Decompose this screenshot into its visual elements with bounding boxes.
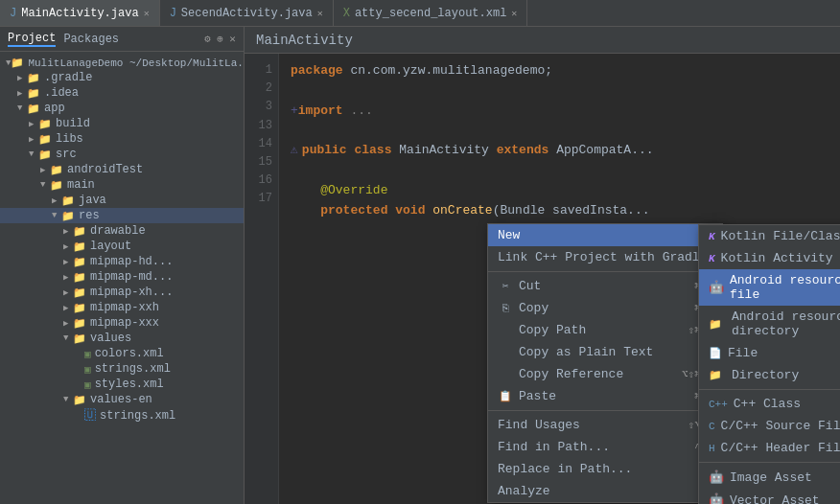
paste-icon: 📋: [498, 390, 513, 402]
folder-icon: 📁: [50, 179, 63, 192]
tree-main[interactable]: ▼📁main: [0, 177, 244, 193]
tab-mainactivity[interactable]: J MainActivity.java ✕: [0, 0, 160, 26]
submenu-file[interactable]: 📄 File: [699, 342, 840, 364]
submenu-vector-asset[interactable]: 🤖 Vector Asset: [699, 489, 840, 504]
sidebar-tab-packages[interactable]: Packages: [63, 33, 119, 46]
android-icon: 🤖: [709, 280, 724, 295]
code-line-17: protected void onCreate(Bundle savedInst…: [291, 201, 840, 221]
menu-copy-path-label: Copy Path: [519, 323, 586, 337]
tree-java[interactable]: ▶📁java: [0, 193, 244, 208]
tree-styles-xml[interactable]: ▣styles.xml: [0, 377, 244, 392]
file-icon: 📄: [709, 347, 722, 359]
tree-strings-xml-en[interactable]: 🇺strings.xml: [0, 407, 244, 424]
tree-res[interactable]: ▼📁res: [0, 208, 244, 223]
menu-item-copy-plain[interactable]: Copy as Plain Text: [488, 341, 722, 363]
folder-icon: 📁: [38, 118, 52, 130]
menu-sep-2: [488, 410, 722, 411]
tree-mipmap-xh[interactable]: ▶📁mipmap-xh...: [0, 285, 244, 300]
sidebar-icons: ⚙ ⊕ ✕: [204, 33, 236, 45]
menu-copy-plain-label: Copy as Plain Text: [519, 345, 653, 359]
menu-item-analyze[interactable]: Analyze ▶: [488, 480, 722, 502]
code-line-16: @Override: [291, 181, 840, 201]
folder-icon: 📁: [73, 332, 86, 345]
menu-item-copy[interactable]: ⎘ Copy ⌘C: [488, 297, 722, 319]
tree-values-en[interactable]: ▼📁values-en: [0, 392, 244, 407]
menu-sep-1: [488, 271, 722, 272]
folder-icon: 📁: [27, 72, 40, 84]
flag-icon: 🇺: [84, 408, 96, 423]
tab-secendactivity[interactable]: J SecendActivity.java ✕: [160, 0, 334, 26]
tree-mipmap-xxx[interactable]: ▶📁mipmap-xxx: [0, 315, 244, 331]
submenu-cpp-header[interactable]: H C/C++ Header File: [699, 437, 840, 459]
menu-item-find-in-path[interactable]: Find in Path... ^H: [488, 436, 722, 458]
folder-icon: 📁: [11, 57, 24, 69]
folder-icon: 📁: [50, 164, 63, 176]
tab-close-secend[interactable]: ✕: [317, 8, 323, 19]
tree-drawable[interactable]: ▶📁drawable: [0, 223, 244, 239]
tree-build[interactable]: ▶📁build: [0, 116, 244, 131]
tree-root[interactable]: ▼ 📁 MulitLanageDemo ~/Desktop/MulitLa...: [0, 56, 244, 70]
menu-item-paste[interactable]: 📋 Paste ⌘V: [488, 385, 722, 407]
tree-src[interactable]: ▼📁src: [0, 147, 244, 162]
tree-mipmap-xxh[interactable]: ▶📁mipmap-xxh: [0, 300, 244, 315]
submenu-kotlin-file[interactable]: K Kotlin File/Class: [699, 225, 840, 247]
tree-androidtest[interactable]: ▶📁androidTest: [0, 162, 244, 177]
tree-mipmap-md[interactable]: ▶📁mipmap-md...: [0, 269, 244, 285]
tab-layout-xml[interactable]: X atty_secend_layout.xml ✕: [334, 0, 528, 26]
menu-replace-label: Replace in Path...: [498, 462, 632, 476]
menu-item-replace-in-path[interactable]: Replace in Path...: [488, 458, 722, 480]
menu-cut-label: Cut: [519, 279, 541, 293]
kotlin-icon: K: [709, 231, 715, 242]
tree-layout[interactable]: ▶📁layout: [0, 239, 244, 254]
folder-icon: 📁: [73, 271, 86, 284]
tree-libs[interactable]: ▶📁libs: [0, 131, 244, 147]
tree-mipmap-hd[interactable]: ▶📁mipmap-hd...: [0, 254, 244, 269]
menu-item-copy-path[interactable]: Copy Path ⇧⌘C: [488, 319, 722, 341]
tree-gradle[interactable]: ▶📁.gradle: [0, 70, 244, 85]
folder-icon: 📁: [709, 318, 722, 331]
android-icon: 🤖: [709, 470, 724, 485]
tree-values[interactable]: ▼📁values: [0, 331, 244, 346]
xml-file-icon: ▣: [84, 363, 91, 376]
folder-icon: 📁: [73, 256, 86, 268]
line-numbers: 1 2 3 13 14 15 16 17: [245, 54, 279, 504]
submenu-android-resource-file[interactable]: 🤖 Android resource file: [699, 269, 840, 306]
menu-item-cut[interactable]: ✂ Cut ⌘X: [488, 275, 722, 297]
sidebar-tab-project[interactable]: Project: [8, 32, 56, 47]
tree-app[interactable]: ▼📁app: [0, 101, 244, 116]
submenu-image-asset[interactable]: 🤖 Image Asset: [699, 466, 840, 489]
context-menu: New ▶ K Kotlin File/Class K Kotlin Activ…: [487, 223, 723, 503]
submenu-kotlin-activity[interactable]: K Kotlin Activity: [699, 247, 840, 269]
submenu-new: K Kotlin File/Class K Kotlin Activity 🤖 …: [698, 224, 840, 504]
main-layout: Project Packages ⚙ ⊕ ✕ ▼ 📁 MulitLanageDe…: [0, 27, 840, 504]
code-line-1: package cn.com.yzw.mulitlanagedemo;: [291, 61, 840, 81]
folder-icon: 📁: [73, 302, 86, 314]
java-icon: J: [10, 7, 16, 20]
menu-item-copy-reference[interactable]: Copy Reference ⌥⇧⌘C: [488, 363, 722, 385]
java-icon: J: [170, 7, 176, 20]
tab-close-main[interactable]: ✕: [144, 8, 150, 19]
folder-icon: 📁: [73, 286, 86, 299]
xml-file-icon: ▣: [84, 378, 91, 391]
code-line-13: [291, 121, 840, 141]
tree-colors-xml[interactable]: ▣colors.xml: [0, 346, 244, 361]
menu-item-link-cpp[interactable]: Link C++ Project with Gradle: [488, 246, 722, 268]
menu-item-new[interactable]: New ▶ K Kotlin File/Class K Kotlin Activ…: [488, 224, 722, 246]
tab-close-xml[interactable]: ✕: [511, 8, 517, 19]
xml-icon: X: [343, 7, 350, 20]
menu-item-find-usages[interactable]: Find Usages ⇧⌥G: [488, 414, 722, 436]
menu-analyze-label: Analyze: [498, 484, 550, 498]
code-header: MainActivity: [245, 27, 840, 54]
submenu-cpp-class[interactable]: C++ C++ Class: [699, 393, 840, 415]
menu-paste-label: Paste: [519, 389, 556, 403]
submenu-directory[interactable]: 📁 Directory: [699, 364, 840, 386]
menu-link-cpp-label: Link C++ Project with Gradle: [498, 250, 707, 264]
submenu-cpp-source[interactable]: C C/C++ Source File: [699, 415, 840, 437]
submenu-android-resource-dir[interactable]: 📁 Android resource directory: [699, 306, 840, 342]
scissors-icon: ✂: [498, 280, 513, 292]
folder-icon: 📁: [38, 133, 52, 146]
tree-idea[interactable]: ▶📁.idea: [0, 85, 244, 101]
menu-new-label: New: [498, 228, 520, 242]
tree-strings-xml[interactable]: ▣strings.xml: [0, 361, 244, 377]
kotlin-icon: K: [709, 253, 715, 264]
